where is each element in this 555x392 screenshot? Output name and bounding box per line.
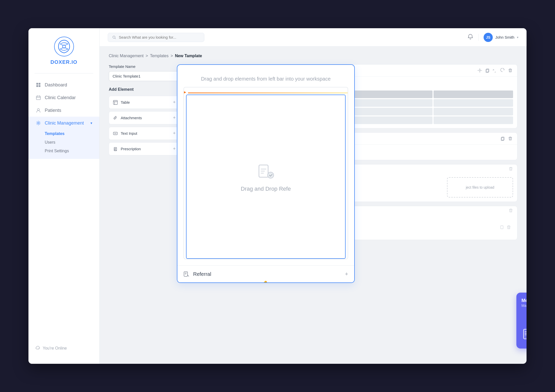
online-status: You're Online (28, 341, 99, 356)
tags-card-actions (500, 136, 513, 141)
medical-charting-subtitle: Management (521, 304, 527, 308)
table-add-icon[interactable]: + (173, 100, 176, 105)
text-input-add-icon[interactable]: + (173, 131, 176, 136)
avatar: JS (484, 33, 493, 42)
logo-icon (54, 36, 74, 57)
notification-button[interactable] (468, 34, 473, 41)
trash-icon[interactable] (508, 68, 513, 73)
svg-point-0 (54, 37, 74, 56)
submenu-item-users[interactable]: Users (45, 138, 92, 147)
table-cell (434, 116, 513, 124)
search-bar[interactable] (108, 33, 204, 42)
breadcrumb-separator-1: > (146, 54, 148, 58)
breadcrumb-clinic-mgmt[interactable]: Clinic Management (109, 54, 144, 58)
element-attachments[interactable]: Attachments + (109, 111, 180, 124)
drag-line (184, 93, 348, 93)
prescription-icon: Rx (113, 147, 118, 151)
sidebar-nav: Dashboard Clinic Calendar Patients (28, 79, 99, 341)
sidebar: DOXER.IO Dashboard Clinic Calendar (28, 28, 100, 364)
topbar-right: JS John Smith ▾ (468, 33, 518, 42)
element-text-input[interactable]: Text Input + (109, 127, 180, 140)
attachments-add-icon[interactable]: + (173, 115, 176, 120)
search-input[interactable] (119, 35, 200, 39)
undo-icon[interactable] (493, 68, 497, 73)
svg-point-7 (37, 109, 39, 111)
submenu-clinic-management: Templates Users Print Settings (45, 129, 92, 155)
referral-footer-icon (183, 271, 190, 277)
cloud-icon (36, 346, 40, 351)
calendar-icon (36, 95, 41, 100)
app-logo-text: DOXER.IO (51, 59, 78, 65)
topbar-divider (478, 34, 479, 41)
add-element-label: Add Element (109, 87, 180, 92)
element-table[interactable]: Table + (109, 96, 180, 109)
user-name: John Smith (495, 35, 514, 39)
breadcrumb: Clinic Management > Templates > New Tamp… (109, 54, 517, 58)
sidebar-item-patients[interactable]: Patients (28, 104, 99, 117)
upload-box[interactable]: ject files to upload (447, 177, 513, 198)
drag-drop-overlay: Drag and drop elements from left bar int… (177, 64, 355, 283)
table-cell (353, 91, 433, 98)
copy-icon[interactable] (485, 68, 490, 73)
redo-icon[interactable] (500, 68, 505, 73)
svg-point-8 (38, 122, 39, 124)
sidebar-item-dashboard[interactable]: Dashboard (28, 79, 99, 91)
drag-inner-box: Drag and Drop Refe (186, 95, 346, 259)
table-cell (353, 116, 433, 124)
submenu-item-print-settings[interactable]: Print Settings (45, 147, 92, 155)
trash-icon[interactable] (508, 208, 513, 213)
svg-point-13 (479, 70, 481, 71)
drag-ref-text: Drag and Drop Refe (241, 186, 291, 192)
medical-charting-title: Medical Charting (521, 298, 527, 304)
drag-line-bar (188, 93, 348, 93)
drag-referral-icon (256, 161, 276, 182)
online-status-text: You're Online (43, 346, 67, 351)
element-attachments-left: Attachments (113, 116, 142, 120)
workspace: Table (187, 64, 517, 355)
template-name-label: Template Name (109, 64, 180, 69)
template-name-group: Template Name (109, 64, 180, 81)
element-table-label: Table (121, 100, 130, 104)
sidebar-item-clinic-calendar[interactable]: Clinic Calendar (28, 91, 99, 104)
topbar: JS John Smith ▾ (100, 28, 527, 47)
trash-icon[interactable] (506, 225, 511, 230)
referral-add-btn[interactable]: + (345, 271, 348, 277)
submenu-item-templates[interactable]: Templates (45, 129, 92, 138)
sidebar-item-dashboard-label: Dashboard (45, 82, 67, 88)
copy-icon[interactable] (499, 225, 504, 230)
trash-icon[interactable] (508, 136, 513, 141)
medical-card-text: Medical Charting Management (521, 298, 527, 308)
sidebar-item-clinic-management-label: Clinic Management (45, 120, 84, 126)
prescription-add-icon[interactable]: + (173, 146, 176, 152)
breadcrumb-templates[interactable]: Templates (150, 54, 168, 58)
user-icon (36, 108, 41, 113)
sidebar-item-clinic-calendar-label: Clinic Calendar (45, 95, 76, 100)
svg-rect-2 (36, 83, 38, 85)
user-chevron-icon: ▾ (517, 36, 518, 39)
sidebar-item-clinic-management[interactable]: Clinic Management ▾ Templates Users Prin… (28, 117, 99, 159)
main-content: JS John Smith ▾ Clinic Management > Temp… (100, 28, 527, 364)
table-card-actions (477, 68, 513, 73)
user-profile[interactable]: JS John Smith ▾ (484, 33, 518, 42)
trash-icon[interactable] (508, 167, 513, 171)
drag-drop-footer: Referral + (177, 265, 354, 282)
template-layout: Template Name Add Element Table + (109, 64, 517, 355)
element-prescription[interactable]: Rx Prescription + (109, 142, 180, 155)
medical-charting-card[interactable]: Medical Charting Management (516, 293, 527, 349)
table-cell (434, 108, 513, 115)
upload-text: ject files to upload (466, 185, 494, 189)
settings-icon[interactable] (477, 68, 482, 73)
element-text-input-label: Text Input (121, 131, 137, 135)
element-attachments-label: Attachments (121, 116, 142, 120)
element-prescription-left: Rx Prescription (113, 147, 141, 151)
svg-rect-20 (501, 226, 503, 229)
search-icon (112, 35, 116, 40)
element-table-left: Table (113, 100, 130, 105)
template-name-input[interactable] (109, 71, 180, 81)
cursor-icon: ✋ (262, 280, 270, 283)
svg-text:Rx: Rx (114, 149, 117, 151)
breadcrumb-current: New Tamplate (175, 54, 202, 58)
copy-icon[interactable] (500, 136, 505, 141)
grid-icon (36, 82, 41, 88)
drag-drop-content: Drag and drop elements from left bar int… (177, 65, 354, 265)
